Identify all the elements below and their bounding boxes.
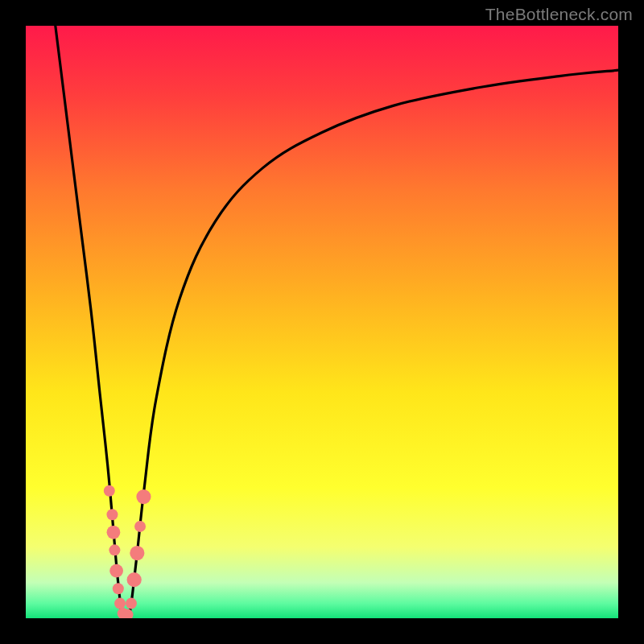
bottleneck-chart xyxy=(26,26,618,618)
data-marker xyxy=(114,598,126,609)
data-marker xyxy=(109,564,123,578)
data-marker xyxy=(130,546,144,560)
data-marker xyxy=(104,485,115,497)
data-marker xyxy=(126,598,137,609)
data-marker xyxy=(134,521,146,532)
data-marker xyxy=(113,583,124,594)
data-marker xyxy=(109,544,120,555)
watermark-text: TheBottleneck.com xyxy=(485,5,633,24)
data-marker xyxy=(127,572,142,587)
data-marker xyxy=(107,526,121,539)
data-marker xyxy=(106,509,118,520)
data-marker xyxy=(136,489,151,504)
chart-frame: TheBottleneck.com xyxy=(0,0,644,644)
